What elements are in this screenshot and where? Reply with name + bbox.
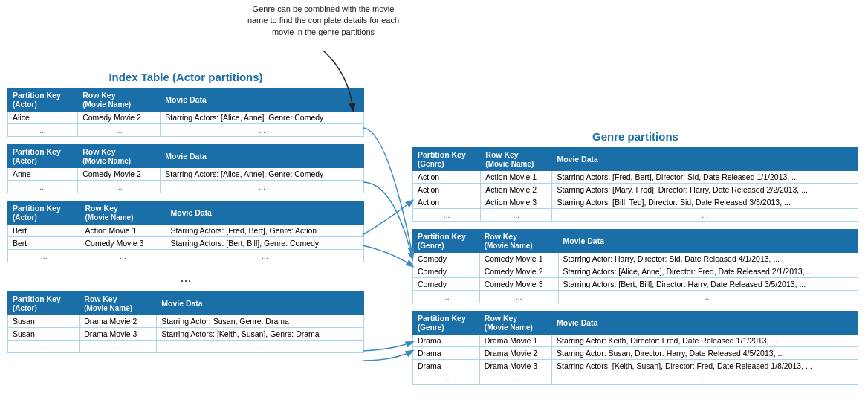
- table-row-dots: ... ... ...: [8, 181, 364, 193]
- col-header-row-key: Row Key(Movie Name): [80, 201, 166, 225]
- table-row: Action Action Movie 3 Starring Actors: […: [413, 196, 858, 209]
- alice-partition-table: Partition Key(Actor) Row Key(Movie Name)…: [7, 88, 364, 137]
- col-header-movie-data: Movie Data: [157, 292, 364, 315]
- col-header-genre-key: Partition Key(Genre): [413, 312, 480, 335]
- col-header-genre-row-key: Row Key(Movie Name): [479, 312, 551, 335]
- index-section-title: Index Table (Actor partitions): [7, 71, 364, 83]
- table-row-dots: ... ... ...: [8, 250, 364, 262]
- bert-partition-table: Partition Key(Actor) Row Key(Movie Name)…: [7, 201, 364, 262]
- col-header-row-key: Row Key(Movie Name): [80, 292, 157, 315]
- col-header-partition-key: Partition Key(Actor): [8, 201, 80, 225]
- col-header-movie-data: Movie Data: [166, 201, 363, 225]
- susan-partition-table: Partition Key(Actor) Row Key(Movie Name)…: [7, 291, 364, 353]
- col-header-genre-key: Partition Key(Genre): [413, 230, 480, 253]
- col-header-genre-movie-data: Movie Data: [552, 148, 858, 171]
- table-row: Comedy Comedy Movie 3 Starring Actors: […: [413, 278, 858, 291]
- table-row: Drama Drama Movie 2 Starring Actor: Susa…: [413, 347, 858, 360]
- table-row: Susan Drama Movie 3 Starring Actors: [Ke…: [8, 328, 364, 341]
- ellipsis-gap: ...: [7, 270, 364, 286]
- table-row-dots: ... ... ...: [8, 341, 364, 353]
- table-row: Susan Drama Movie 2 Starring Actor: Susa…: [8, 315, 364, 328]
- table-row-dots: ... ... ...: [413, 291, 858, 303]
- table-row: Drama Drama Movie 1 Starring Actor: Keit…: [413, 335, 858, 347]
- col-header-partition-key: Partition Key(Actor): [8, 292, 80, 315]
- table-row-dots: ... ... ...: [8, 124, 364, 137]
- col-header-movie-data: Movie Data: [161, 145, 364, 168]
- table-row: Anne Comedy Movie 2 Starring Actors: [Al…: [8, 168, 364, 181]
- table-row-dots: ... ... ...: [413, 209, 858, 222]
- action-partition-table: Partition Key(Genre) Row Key(Movie Name)…: [412, 147, 858, 222]
- table-row: Drama Drama Movie 3 Starring Actors: [Ke…: [413, 360, 858, 372]
- annotation-box: Genre can be combined with the movie nam…: [245, 4, 401, 38]
- drama-partition-table: Partition Key(Genre) Row Key(Movie Name)…: [412, 311, 858, 385]
- table-row: Action Action Movie 1 Starring Actors: […: [413, 171, 858, 184]
- cell-movie-data: Starring Actors: [Alice, Anne], Genre: C…: [161, 112, 364, 124]
- col-header-row-key: Row Key(Movie Name): [78, 145, 161, 168]
- col-header-genre-movie-data: Movie Data: [552, 312, 858, 335]
- col-header-partition-key: Partition Key(Actor): [8, 88, 78, 112]
- col-header-genre-row-key: Row Key(Movie Name): [479, 230, 558, 253]
- table-row: Alice Comedy Movie 2 Starring Actors: [A…: [8, 112, 364, 124]
- col-header-row-key: Row Key(Movie Name): [78, 88, 161, 112]
- table-row: Bert Action Movie 1 Starring Actors: [Fr…: [8, 225, 364, 237]
- annotation-text: Genre can be combined with the movie nam…: [247, 4, 399, 36]
- page-container: Genre can be combined with the movie nam…: [0, 0, 868, 400]
- col-header-genre-row-key: Row Key(Movie Name): [481, 148, 552, 171]
- col-header-genre-key: Partition Key(Genre): [413, 148, 481, 171]
- table-row: Action Action Movie 2 Starring Actors: […: [413, 184, 858, 196]
- index-section: Index Table (Actor partitions) Partition…: [7, 71, 364, 361]
- table-row-dots: ... ... ...: [413, 372, 858, 385]
- table-row: Comedy Comedy Movie 2 Starring Actors: […: [413, 265, 858, 278]
- anne-partition-table: Partition Key(Actor) Row Key(Movie Name)…: [7, 144, 364, 193]
- cell-row-key: Comedy Movie 2: [78, 112, 161, 124]
- cell-partition-key: Alice: [8, 112, 78, 124]
- table-row: Bert Comedy Movie 3 Starring Actors: [Be…: [8, 237, 364, 250]
- table-row: Comedy Comedy Movie 1 Starring Actor: Ha…: [413, 253, 858, 265]
- col-header-movie-data: Movie Data: [161, 88, 364, 112]
- col-header-partition-key: Partition Key(Actor): [8, 145, 78, 168]
- genre-section: Genre partitions Partition Key(Genre) Ro…: [412, 130, 858, 393]
- comedy-partition-table: Partition Key(Genre) Row Key(Movie Name)…: [412, 229, 858, 303]
- genre-section-title: Genre partitions: [412, 130, 858, 143]
- col-header-genre-movie-data: Movie Data: [558, 230, 858, 253]
